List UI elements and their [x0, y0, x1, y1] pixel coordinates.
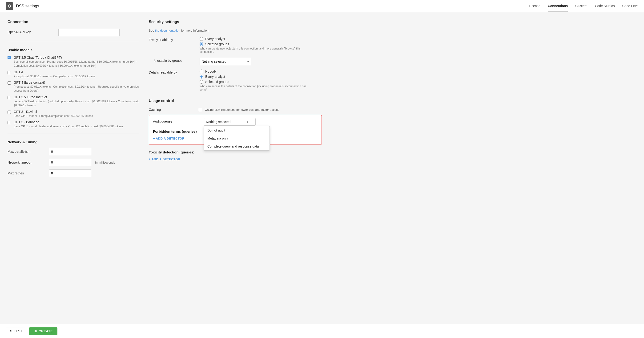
audit-queries-row: Audit queries Nothing selected ▼ Do not …	[153, 118, 318, 126]
model-desc-gpt35ti: Legacy GPTInstruct tuning (not chat opti…	[14, 99, 139, 107]
toxicity-title: Toxicity detection (queries)	[149, 150, 322, 154]
nav-license[interactable]: License	[529, 0, 540, 12]
nav-clusters[interactable]: Clusters	[575, 0, 587, 12]
model-row-gpt4: GPT 4 Prompt cost: $0.03/1K tokens - Com…	[8, 70, 139, 78]
caching-row: Caching Cache LLM responses for lower co…	[149, 108, 322, 111]
audit-queries-box: Audit queries Nothing selected ▼ Do not …	[149, 115, 322, 144]
usable-by-groups-label: ↳ usable by groups	[149, 58, 196, 62]
model-name-davinci: GPT 3 - Davinci	[14, 110, 139, 114]
model-checkbox-gpt4[interactable]	[8, 71, 11, 74]
details-readable-controls: Nobody Every analyst Selected groups	[200, 70, 312, 91]
nobody-radio[interactable]	[200, 70, 203, 73]
model-name-gpt4: GPT 4	[14, 70, 139, 74]
divider-2	[8, 133, 139, 133]
top-bar: ⚙ DSS settings License Connections Clust…	[0, 0, 644, 12]
model-name-babbage: GPT 3 - Babbage	[14, 120, 139, 124]
audit-dropdown-value: Nothing selected	[206, 120, 230, 124]
every-analyst-dr-option[interactable]: Every analyst	[200, 75, 312, 78]
max-parallelism-input[interactable]	[49, 148, 91, 155]
model-name-gpt35: GPT 3.5 Chat (Turbo / ChatGPT)	[14, 56, 139, 59]
freely-usable-radio-group: Every analyst Selected groups	[200, 37, 312, 46]
network-timeout-label: Network timeout	[8, 160, 45, 164]
toxicity-section: Toxicity detection (queries) + ADD A DET…	[149, 150, 322, 162]
left-panel: Connection OpenAI API key Usable models …	[8, 20, 139, 180]
page-content: Connection OpenAI API key Usable models …	[0, 12, 644, 204]
usage-section-title: Usage control	[149, 99, 322, 103]
top-nav: License Connections Clusters Code Studio…	[529, 0, 638, 12]
max-retries-input[interactable]	[49, 170, 91, 177]
model-info-gpt4: GPT 4 Prompt cost: $0.03/1K tokens - Com…	[14, 70, 139, 78]
model-checkbox-babbage[interactable]	[8, 121, 11, 124]
details-readable-label: Details readable by	[149, 70, 196, 74]
model-desc-babbage: Base GPT3 model - faster and lower cost …	[14, 124, 139, 128]
every-analyst-radio[interactable]	[200, 37, 203, 41]
doc-link[interactable]: the documentation	[155, 29, 180, 32]
audit-option-metadata-only[interactable]: Metadata only	[204, 134, 270, 142]
security-section: Security settings See the documentation …	[149, 20, 322, 91]
model-desc-gpt4lc: Prompt cost: $0.06/1K tokens - Completio…	[14, 85, 139, 93]
network-timeout-row: Network timeout In milliseconds	[8, 159, 139, 166]
model-info-gpt4lc: GPT 4 (large context) Prompt cost: $0.06…	[14, 81, 139, 93]
model-row-gpt35: GPT 3.5 Chat (Turbo / ChatGPT) Best over…	[8, 56, 139, 68]
details-readable-radio-group: Nobody Every analyst Selected groups	[200, 70, 312, 84]
usable-by-groups-row: ↳ usable by groups Nothing selected	[149, 58, 322, 65]
model-desc-gpt4: Prompt cost: $0.03/1K tokens - Completio…	[14, 74, 139, 78]
model-row-gpt35ti: GPT 3.5 Turbo Instruct Legacy GPTInstruc…	[8, 95, 139, 107]
model-row-gpt4lc: GPT 4 (large context) Prompt cost: $0.06…	[8, 81, 139, 93]
model-row-davinci: GPT 3 - Davinci Base GPT3 model - Prompt…	[8, 110, 139, 118]
model-info-babbage: GPT 3 - Babbage Base GPT3 model - faster…	[14, 120, 139, 128]
gear-icon: ⚙	[6, 2, 13, 10]
api-key-row: OpenAI API key	[8, 29, 139, 36]
model-desc-davinci: Base GPT3 model - Prompt/Completion cost…	[14, 114, 139, 118]
model-checkbox-gpt35ti[interactable]	[8, 96, 11, 99]
audit-dropdown-wrapper: Nothing selected ▼ Do not audit Metadata…	[204, 118, 256, 126]
details-readable-row: Details readable by Nobody Every analyst	[149, 70, 322, 91]
content-area: Connection OpenAI API key Usable models …	[0, 12, 330, 188]
max-parallelism-label: Max parallelism	[8, 150, 45, 153]
every-analyst-dr-radio[interactable]	[200, 75, 203, 78]
usable-models-title: Usable models	[8, 48, 139, 52]
network-timeout-hint: In milliseconds	[95, 161, 115, 164]
nav-connections[interactable]: Connections	[548, 0, 568, 12]
api-key-input[interactable]	[58, 29, 120, 36]
nobody-option[interactable]: Nobody	[200, 70, 312, 73]
model-info-davinci: GPT 3 - Davinci Base GPT3 model - Prompt…	[14, 110, 139, 118]
every-analyst-label: Every analyst	[205, 37, 225, 41]
every-analyst-dr-label: Every analyst	[205, 75, 225, 78]
add-detector-button-forbidden[interactable]: + ADD A DETECTOR	[153, 136, 184, 141]
details-readable-note: Who can access the details of the connec…	[200, 85, 312, 91]
nav-code-studios[interactable]: Code Studios	[595, 0, 614, 12]
max-retries-label: Max retries	[8, 171, 45, 175]
max-parallelism-row: Max parallelism	[8, 148, 139, 155]
every-analyst-option[interactable]: Every analyst	[200, 37, 312, 41]
model-info-gpt35ti: GPT 3.5 Turbo Instruct Legacy GPTInstruc…	[14, 95, 139, 107]
right-panel: Security settings See the documentation …	[149, 20, 322, 180]
divider-1	[8, 41, 139, 41]
audit-queries-label: Audit queries	[153, 118, 200, 123]
freely-usable-controls: Every analyst Selected groups Who can cr…	[200, 37, 312, 54]
caching-label: Caching	[149, 108, 196, 111]
app-title: DSS settings	[16, 4, 39, 9]
nobody-label: Nobody	[205, 70, 216, 73]
usable-by-groups-dropdown[interactable]: Nothing selected	[200, 58, 252, 65]
model-checkbox-gpt35[interactable]	[8, 56, 11, 59]
model-checkbox-davinci[interactable]	[8, 111, 11, 114]
nav-code-envs[interactable]: Code Envs	[622, 0, 638, 12]
security-section-title: Security settings	[149, 20, 322, 24]
selected-groups-radio[interactable]	[200, 42, 203, 46]
selected-groups-dr-option[interactable]: Selected groups	[200, 80, 312, 84]
audit-dropdown-trigger[interactable]: Nothing selected ▼	[204, 118, 256, 126]
audit-option-do-not-audit[interactable]: Do not audit	[204, 126, 270, 134]
model-row-babbage: GPT 3 - Babbage Base GPT3 model - faster…	[8, 120, 139, 128]
add-detector-button-toxicity[interactable]: + ADD A DETECTOR	[149, 156, 180, 162]
connection-section-title: Connection	[8, 20, 139, 24]
model-desc-gpt35: Best overall compromise - Prompt cost: $…	[14, 60, 139, 68]
selected-groups-dr-radio[interactable]	[200, 80, 203, 84]
caching-checkbox[interactable]	[199, 108, 202, 111]
max-retries-row: Max retries	[8, 170, 139, 177]
network-timeout-input[interactable]	[49, 159, 91, 166]
network-section-title: Network & Tuning	[8, 140, 139, 144]
audit-option-complete-query[interactable]: Complete query and response data	[204, 142, 270, 150]
model-checkbox-gpt4lc[interactable]	[8, 81, 11, 85]
selected-groups-option[interactable]: Selected groups	[200, 42, 312, 46]
